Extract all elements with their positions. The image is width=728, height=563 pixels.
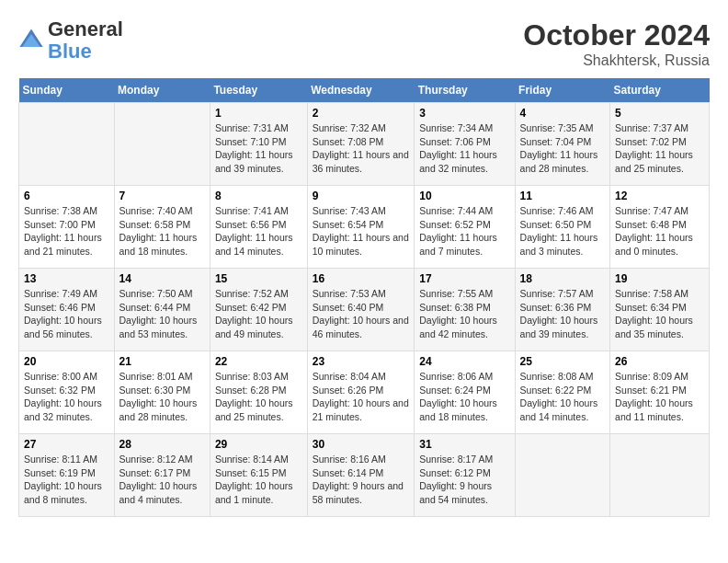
day-header: Thursday: [415, 78, 515, 103]
calendar-cell: 15Sunrise: 7:52 AM Sunset: 6:42 PM Dayli…: [210, 269, 307, 351]
calendar-cell: 8Sunrise: 7:41 AM Sunset: 6:56 PM Daylig…: [210, 186, 307, 269]
day-number: 1: [215, 107, 302, 120]
calendar-cell: 19Sunrise: 7:58 AM Sunset: 6:34 PM Dayli…: [610, 269, 710, 351]
day-number: 30: [313, 438, 410, 451]
day-number: 31: [419, 438, 509, 451]
calendar-cell: [114, 103, 210, 186]
cell-content: Sunrise: 7:43 AM Sunset: 6:54 PM Dayligh…: [313, 204, 410, 259]
cell-content: Sunrise: 8:06 AM Sunset: 6:24 PM Dayligh…: [419, 370, 509, 424]
calendar-cell: [515, 434, 610, 517]
calendar-week-row: 27Sunrise: 8:11 AM Sunset: 6:19 PM Dayli…: [19, 434, 710, 517]
day-number: 10: [419, 190, 509, 202]
calendar-cell: 13Sunrise: 7:49 AM Sunset: 6:46 PM Dayli…: [19, 269, 115, 351]
cell-content: Sunrise: 7:37 AM Sunset: 7:02 PM Dayligh…: [615, 121, 704, 176]
cell-content: Sunrise: 7:34 AM Sunset: 7:06 PM Dayligh…: [419, 121, 509, 176]
calendar-cell: 25Sunrise: 8:08 AM Sunset: 6:22 PM Dayli…: [515, 351, 610, 434]
cell-content: Sunrise: 7:53 AM Sunset: 6:40 PM Dayligh…: [313, 287, 410, 341]
day-number: 6: [24, 190, 109, 202]
calendar-cell: 14Sunrise: 7:50 AM Sunset: 6:44 PM Dayli…: [114, 269, 210, 351]
day-number: 15: [215, 272, 302, 285]
day-number: 16: [313, 272, 410, 285]
cell-content: Sunrise: 7:50 AM Sunset: 6:44 PM Dayligh…: [119, 287, 205, 341]
day-number: 5: [615, 107, 704, 120]
day-number: 11: [520, 190, 606, 202]
logo: General Blue: [18, 18, 123, 63]
day-number: 3: [419, 107, 509, 120]
cell-content: Sunrise: 7:47 AM Sunset: 6:48 PM Dayligh…: [615, 204, 704, 259]
calendar-cell: [19, 103, 115, 186]
day-number: 26: [615, 355, 704, 368]
day-number: 19: [615, 272, 704, 285]
cell-content: Sunrise: 8:14 AM Sunset: 6:15 PM Dayligh…: [215, 453, 302, 507]
day-number: 23: [313, 355, 410, 368]
cell-content: Sunrise: 8:00 AM Sunset: 6:32 PM Dayligh…: [24, 370, 109, 424]
logo-icon: [18, 28, 44, 53]
calendar-cell: 4Sunrise: 7:35 AM Sunset: 7:04 PM Daylig…: [515, 103, 610, 186]
page-header: General Blue October 2024 Shakhtersk, Ru…: [18, 18, 710, 69]
calendar-cell: 29Sunrise: 8:14 AM Sunset: 6:15 PM Dayli…: [210, 434, 307, 517]
cell-content: Sunrise: 7:38 AM Sunset: 7:00 PM Dayligh…: [24, 204, 109, 259]
day-header: Saturday: [610, 78, 710, 103]
day-number: 4: [520, 107, 606, 120]
calendar-cell: 18Sunrise: 7:57 AM Sunset: 6:36 PM Dayli…: [515, 269, 610, 351]
day-number: 7: [119, 190, 205, 202]
calendar-cell: 2Sunrise: 7:32 AM Sunset: 7:08 PM Daylig…: [307, 103, 415, 186]
cell-content: Sunrise: 7:55 AM Sunset: 6:38 PM Dayligh…: [419, 287, 509, 341]
calendar-cell: 21Sunrise: 8:01 AM Sunset: 6:30 PM Dayli…: [114, 351, 210, 434]
page-title: October 2024: [523, 18, 710, 52]
day-number: 14: [119, 272, 205, 285]
calendar-cell: 9Sunrise: 7:43 AM Sunset: 6:54 PM Daylig…: [307, 186, 415, 269]
cell-content: Sunrise: 7:44 AM Sunset: 6:52 PM Dayligh…: [419, 204, 509, 259]
cell-content: Sunrise: 7:35 AM Sunset: 7:04 PM Dayligh…: [520, 121, 606, 176]
calendar-cell: 30Sunrise: 8:16 AM Sunset: 6:14 PM Dayli…: [307, 434, 415, 517]
cell-content: Sunrise: 7:41 AM Sunset: 6:56 PM Dayligh…: [215, 204, 302, 259]
cell-content: Sunrise: 8:04 AM Sunset: 6:26 PM Dayligh…: [313, 370, 410, 424]
day-number: 13: [24, 272, 109, 285]
cell-content: Sunrise: 7:31 AM Sunset: 7:10 PM Dayligh…: [215, 121, 302, 176]
day-header: Wednesday: [307, 78, 415, 103]
calendar-cell: 3Sunrise: 7:34 AM Sunset: 7:06 PM Daylig…: [415, 103, 515, 186]
cell-content: Sunrise: 8:08 AM Sunset: 6:22 PM Dayligh…: [520, 370, 606, 424]
calendar-cell: 12Sunrise: 7:47 AM Sunset: 6:48 PM Dayli…: [610, 186, 710, 269]
cell-content: Sunrise: 7:32 AM Sunset: 7:08 PM Dayligh…: [313, 121, 410, 176]
calendar-cell: 28Sunrise: 8:12 AM Sunset: 6:17 PM Dayli…: [114, 434, 210, 517]
calendar-cell: 1Sunrise: 7:31 AM Sunset: 7:10 PM Daylig…: [210, 103, 307, 186]
cell-content: Sunrise: 8:12 AM Sunset: 6:17 PM Dayligh…: [119, 453, 205, 507]
calendar-table: SundayMondayTuesdayWednesdayThursdayFrid…: [18, 78, 710, 517]
calendar-cell: 20Sunrise: 8:00 AM Sunset: 6:32 PM Dayli…: [19, 351, 115, 434]
day-number: 12: [615, 190, 704, 202]
cell-content: Sunrise: 7:57 AM Sunset: 6:36 PM Dayligh…: [520, 287, 606, 341]
day-number: 25: [520, 355, 606, 368]
calendar-week-row: 20Sunrise: 8:00 AM Sunset: 6:32 PM Dayli…: [19, 351, 710, 434]
day-number: 9: [313, 190, 410, 202]
calendar-week-row: 13Sunrise: 7:49 AM Sunset: 6:46 PM Dayli…: [19, 269, 710, 351]
title-block: October 2024 Shakhtersk, Russia: [523, 18, 710, 69]
cell-content: Sunrise: 7:46 AM Sunset: 6:50 PM Dayligh…: [520, 204, 606, 259]
calendar-week-row: 1Sunrise: 7:31 AM Sunset: 7:10 PM Daylig…: [19, 103, 710, 186]
cell-content: Sunrise: 8:11 AM Sunset: 6:19 PM Dayligh…: [24, 453, 109, 507]
day-number: 29: [215, 438, 302, 451]
cell-content: Sunrise: 8:16 AM Sunset: 6:14 PM Dayligh…: [313, 453, 410, 507]
page-subtitle: Shakhtersk, Russia: [523, 52, 710, 69]
calendar-cell: 10Sunrise: 7:44 AM Sunset: 6:52 PM Dayli…: [415, 186, 515, 269]
calendar-header-row: SundayMondayTuesdayWednesdayThursdayFrid…: [19, 78, 710, 103]
calendar-week-row: 6Sunrise: 7:38 AM Sunset: 7:00 PM Daylig…: [19, 186, 710, 269]
calendar-cell: 17Sunrise: 7:55 AM Sunset: 6:38 PM Dayli…: [415, 269, 515, 351]
calendar-cell: 16Sunrise: 7:53 AM Sunset: 6:40 PM Dayli…: [307, 269, 415, 351]
calendar-cell: [610, 434, 710, 517]
cell-content: Sunrise: 7:49 AM Sunset: 6:46 PM Dayligh…: [24, 287, 109, 341]
cell-content: Sunrise: 7:58 AM Sunset: 6:34 PM Dayligh…: [615, 287, 704, 341]
day-number: 18: [520, 272, 606, 285]
calendar-cell: 31Sunrise: 8:17 AM Sunset: 6:12 PM Dayli…: [415, 434, 515, 517]
day-number: 24: [419, 355, 509, 368]
calendar-cell: 6Sunrise: 7:38 AM Sunset: 7:00 PM Daylig…: [19, 186, 115, 269]
calendar-cell: 27Sunrise: 8:11 AM Sunset: 6:19 PM Dayli…: [19, 434, 115, 517]
cell-content: Sunrise: 8:01 AM Sunset: 6:30 PM Dayligh…: [119, 370, 205, 424]
calendar-cell: 22Sunrise: 8:03 AM Sunset: 6:28 PM Dayli…: [210, 351, 307, 434]
calendar-cell: 11Sunrise: 7:46 AM Sunset: 6:50 PM Dayli…: [515, 186, 610, 269]
day-number: 27: [24, 438, 109, 451]
calendar-cell: 5Sunrise: 7:37 AM Sunset: 7:02 PM Daylig…: [610, 103, 710, 186]
day-number: 17: [419, 272, 509, 285]
cell-content: Sunrise: 8:09 AM Sunset: 6:21 PM Dayligh…: [615, 370, 704, 424]
cell-content: Sunrise: 7:52 AM Sunset: 6:42 PM Dayligh…: [215, 287, 302, 341]
